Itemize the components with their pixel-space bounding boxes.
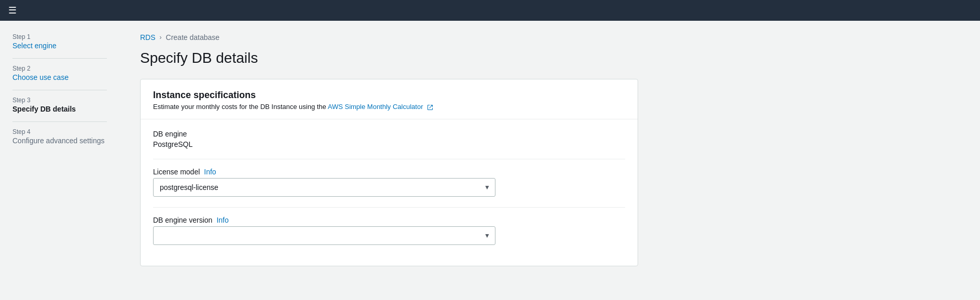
db-engine-label: DB engine (153, 130, 625, 138)
step-divider-1 (12, 58, 107, 59)
license-model-select-wrapper: postgresql-license ▼ (153, 178, 495, 197)
card-body: DB engine PostgreSQL License model Info … (141, 119, 638, 266)
instance-specs-card: Instance specifications Estimate your mo… (140, 79, 638, 266)
license-model-select[interactable]: postgresql-license (153, 178, 495, 197)
license-model-label-text: License model (153, 168, 200, 176)
card-header-description: Estimate your monthly costs for the DB I… (153, 103, 625, 111)
db-engine-version-label: DB engine version Info (153, 216, 625, 224)
monthly-calculator-link[interactable]: AWS Simple Monthly Calculator (328, 103, 423, 111)
field-divider-2 (153, 207, 625, 208)
db-engine-value: PostgreSQL (153, 140, 625, 148)
sidebar-item-step2[interactable]: Step 2 Choose use case (12, 65, 107, 81)
db-engine-version-select[interactable] (153, 226, 495, 245)
external-link-icon (427, 104, 433, 111)
menu-icon[interactable]: ☰ (8, 5, 17, 16)
sidebar-item-step4: Step 4 Configure advanced settings (12, 128, 107, 145)
step2-title[interactable]: Choose use case (12, 73, 107, 81)
card-header: Instance specifications Estimate your mo… (141, 79, 638, 119)
page-title: Specify DB details (140, 50, 959, 66)
field-divider-1 (153, 159, 625, 159)
step3-title: Specify DB details (12, 105, 107, 113)
top-navigation: ☰ (0, 0, 980, 21)
db-engine-version-select-wrapper: ▼ (153, 226, 495, 245)
card-header-desc-prefix: Estimate your monthly costs for the DB I… (153, 103, 326, 111)
step3-label: Step 3 (12, 97, 107, 104)
breadcrumb-current: Create database (166, 33, 220, 42)
breadcrumb-rds-link[interactable]: RDS (140, 33, 156, 42)
content-area: RDS › Create database Specify DB details… (119, 21, 980, 300)
step4-label: Step 4 (12, 128, 107, 135)
sidebar: Step 1 Select engine Step 2 Choose use c… (0, 21, 119, 300)
license-model-info-link[interactable]: Info (204, 168, 216, 176)
step2-label: Step 2 (12, 65, 107, 72)
card-header-title: Instance specifications (153, 90, 625, 101)
step1-label: Step 1 (12, 33, 107, 40)
db-engine-version-field: DB engine version Info ▼ (153, 216, 625, 245)
breadcrumb: RDS › Create database (140, 33, 959, 42)
step-divider-2 (12, 90, 107, 90)
db-engine-version-info-link[interactable]: Info (216, 216, 228, 224)
step1-title[interactable]: Select engine (12, 42, 107, 50)
main-layout: Step 1 Select engine Step 2 Choose use c… (0, 21, 980, 300)
db-engine-version-label-text: DB engine version (153, 216, 212, 224)
step4-title: Configure advanced settings (12, 137, 107, 145)
breadcrumb-separator: › (160, 34, 162, 41)
db-engine-field: DB engine PostgreSQL (153, 130, 625, 148)
sidebar-item-step1[interactable]: Step 1 Select engine (12, 33, 107, 50)
step-divider-3 (12, 121, 107, 122)
license-model-field: License model Info postgresql-license ▼ (153, 168, 625, 197)
sidebar-item-step3: Step 3 Specify DB details (12, 97, 107, 113)
license-model-label: License model Info (153, 168, 625, 176)
